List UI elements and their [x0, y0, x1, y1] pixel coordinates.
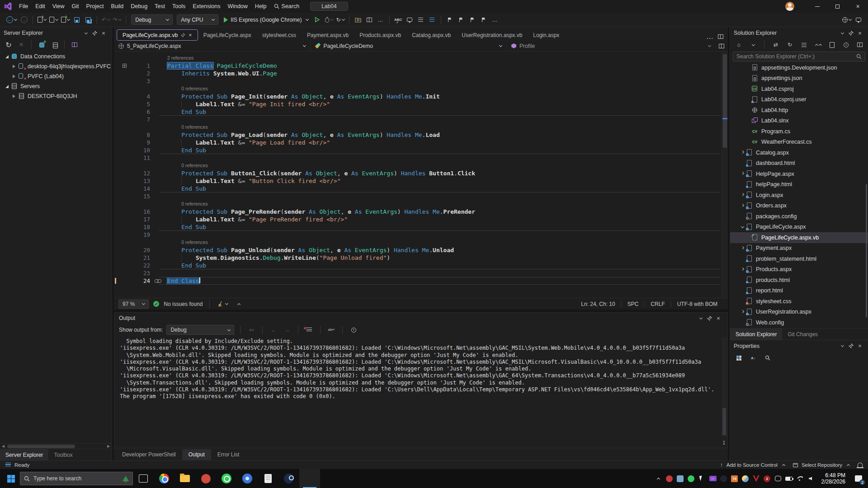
solution-item-userregistration-aspx[interactable]: UserRegistration.aspx — [730, 307, 868, 318]
code-line[interactable]: 10 End Sub — [114, 146, 728, 154]
tray-cursor[interactable] — [697, 472, 708, 485]
timestamp-button[interactable] — [349, 324, 359, 335]
tray-vivaldi[interactable] — [751, 472, 762, 485]
solution-item-packages-config[interactable]: packages.config — [730, 211, 868, 222]
word-wrap-button[interactable]: ab↵ — [326, 324, 336, 335]
spaces-label[interactable]: SPC — [621, 301, 645, 307]
caret-position-label[interactable]: Ln: 24, Ch: 10 — [575, 301, 621, 307]
taskbar-app-file-explorer[interactable] — [175, 469, 195, 488]
menu-file[interactable]: File — [15, 2, 32, 11]
breakpoint-margin[interactable] — [114, 100, 129, 108]
code-line[interactable]: 17 Label1.Text &= "Page PreRender fired … — [114, 216, 728, 223]
issues-label[interactable]: No issues found — [164, 301, 203, 307]
expander-icon[interactable] — [11, 75, 17, 78]
panel-tab-git-changes[interactable]: Git Changes — [782, 328, 823, 340]
code-editor[interactable]: 2 references1Partial Class PageLifeCycle… — [114, 52, 728, 298]
tree-item[interactable]: Data Connections — [0, 52, 112, 61]
menu-build[interactable]: Build — [107, 2, 127, 11]
solution-explorer-options-button[interactable] — [837, 28, 846, 38]
clear-bookmarks-button[interactable] — [479, 14, 489, 25]
save-all-button[interactable] — [83, 14, 93, 25]
preview-selected-button[interactable] — [855, 39, 865, 50]
expander-icon[interactable] — [4, 85, 10, 88]
add-to-source-control-button[interactable]: Add to Source Control — [726, 462, 778, 468]
menu-tools[interactable]: Tools — [169, 2, 189, 11]
taskbar-clock[interactable]: 6:48 PM 2/28/2026 — [817, 472, 850, 485]
solution-search-input[interactable]: Search Solution Explorer (Ctrl+;) — [733, 52, 865, 61]
breakpoint-margin[interactable] — [114, 208, 129, 216]
start-debugging-button[interactable]: IIS Express (Google Chrome) — [221, 14, 311, 25]
taskbar-search-input[interactable]: Type here to search — [20, 472, 133, 485]
toggle-comment-button[interactable] — [405, 14, 415, 25]
start-button[interactable] — [2, 469, 20, 488]
code-line[interactable]: 19 — [114, 231, 728, 239]
tab-catalog-aspx-vb[interactable]: Catalog.aspx.vb — [406, 29, 456, 41]
taskbar-app-app-blue-circle[interactable] — [237, 469, 258, 488]
code-line[interactable]: 21 System.Diagnostics.Debug.WriteLine("P… — [114, 254, 728, 262]
breakpoint-margin[interactable] — [114, 169, 129, 177]
breakpoint-margin[interactable] — [114, 62, 129, 70]
tree-item[interactable]: ×desktop-6iiq3jh\sqlexpress.PVFC — [0, 61, 112, 71]
minimize-button[interactable] — [807, 0, 827, 13]
code-line[interactable]: 24End Class — [114, 277, 728, 285]
chevron-right-icon[interactable] — [738, 248, 745, 249]
code-line[interactable]: 2 Inherits System.Web.UI.Page — [114, 70, 728, 77]
taskbar-app-task-view[interactable] — [133, 469, 154, 488]
code-line[interactable]: 16 Protected Sub Page_PreRender(sender A… — [114, 208, 728, 216]
menu-debug[interactable]: Debug — [127, 2, 151, 11]
tab-stylesheet-css[interactable]: stylesheet.css — [257, 29, 302, 41]
code-line[interactable]: 22 End Sub — [114, 262, 728, 269]
code-line[interactable]: 12 Protected Sub Button1_Click(sender As… — [114, 169, 728, 177]
collapse-all-button[interactable] — [813, 39, 823, 50]
solution-item-pagelifecycle-aspx-vb[interactable]: ↗PageLifeCycle.aspx.vb — [730, 232, 868, 243]
solution-explorer-vscrollbar[interactable] — [865, 62, 868, 328]
breakpoint-margin[interactable] — [114, 177, 129, 185]
taskbar-app-app-red-circle[interactable] — [195, 469, 216, 488]
clear-all-button[interactable] — [304, 324, 314, 335]
tray-volume[interactable] — [805, 472, 816, 485]
solution-item-login-aspx[interactable]: Login.aspx — [730, 190, 868, 201]
editor-toolbar-overflow-button[interactable]: … — [490, 14, 500, 25]
code-line[interactable]: 7 — [114, 116, 728, 123]
restart-button[interactable]: ↻ — [335, 14, 345, 25]
properties-button[interactable] — [841, 39, 851, 50]
panel-tab-server-explorer[interactable]: Server Explorer — [0, 449, 48, 460]
panel-tab-toolbox[interactable]: Toolbox — [48, 449, 78, 460]
alphabetical-button[interactable]: A↓ — [748, 352, 758, 363]
solution-item-catalog-aspx[interactable]: Catalog.aspx — [730, 147, 868, 158]
output-source-select[interactable]: Debug — [166, 325, 234, 335]
solution-item-web-config[interactable]: Web.config — [730, 317, 868, 328]
tab-pagelifecycle-aspx-vb[interactable]: PageLifeCycle.aspx.vb× — [117, 29, 198, 41]
solution-item-products-html[interactable]: products.html — [730, 275, 868, 286]
redo-button[interactable]: ↷ — [112, 14, 122, 25]
collapse-panel-button[interactable] — [233, 299, 243, 310]
breakpoint-margin[interactable] — [114, 192, 129, 200]
panel-tab-solution-explorer[interactable]: Solution Explorer — [730, 328, 782, 340]
solution-item-stylesheet-css[interactable]: stylesheet.css — [730, 296, 868, 307]
server-explorer-close-button[interactable]: × — [99, 28, 108, 38]
solution-item-helppage-html[interactable]: helpPage.html — [730, 179, 868, 190]
menu-edit[interactable]: Edit — [32, 2, 49, 11]
feedback-button[interactable] — [854, 14, 863, 25]
member-dropdown[interactable]: Profile — [507, 41, 715, 51]
properties-options-button[interactable] — [837, 342, 846, 351]
menu-search[interactable]: Search — [270, 2, 303, 11]
codelens-references[interactable]: 0 references — [114, 123, 728, 131]
breakpoint-margin[interactable] — [114, 246, 129, 254]
new-file-button[interactable] — [37, 14, 47, 25]
breakpoint-margin[interactable] — [114, 185, 129, 192]
breakpoint-margin[interactable] — [114, 70, 129, 77]
solution-item-lab04-csproj-user[interactable]: Lab04.csproj.user — [730, 94, 868, 105]
notifications-bell-icon[interactable] — [858, 463, 863, 467]
server-explorer-hscrollbar[interactable]: ◀ ▶ — [0, 443, 112, 449]
save-button[interactable] — [72, 14, 82, 25]
solution-item-orders-aspx[interactable]: Orders.aspx — [730, 201, 868, 211]
code-line[interactable]: 13 Label1.Text &= "Button Click fired <b… — [114, 177, 728, 185]
expander-icon[interactable] — [11, 94, 17, 98]
start-without-debugging-button[interactable] — [312, 14, 322, 25]
breakpoint-margin[interactable] — [114, 139, 129, 146]
solution-item-dashboard-html[interactable]: dashboard.html — [730, 158, 868, 169]
connect-to-server-button[interactable] — [49, 39, 59, 50]
menu-git[interactable]: Git — [68, 2, 83, 11]
breakpoint-margin[interactable] — [114, 277, 129, 285]
